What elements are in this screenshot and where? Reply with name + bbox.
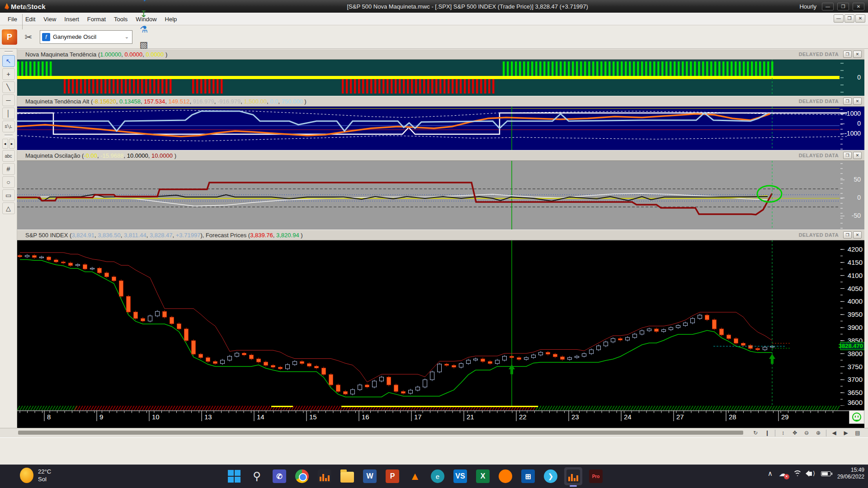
panel-close-button[interactable]: ✕ [853, 231, 862, 239]
zoom-in-button[interactable]: ⊕ [813, 429, 824, 437]
cursor-marker-button[interactable]: ❙ [762, 429, 773, 437]
system-tray: ∧ ☁✕ 15:49 29/06/2022 [768, 467, 864, 480]
start-button[interactable] [225, 467, 243, 485]
menu-bar: FileEditViewInsertFormatToolsWindowHelp … [0, 13, 868, 25]
tendencia-chart[interactable]: 0 [17, 60, 864, 96]
local-data-icon[interactable]: ↧ [136, 6, 151, 22]
weather-condition: Sol [38, 476, 47, 483]
search-icon[interactable]: ⚲ [248, 467, 266, 485]
vertical-fit-button[interactable]: ↕ [778, 429, 788, 437]
downloader-icon[interactable]: ➜ [136, 0, 151, 6]
indicator-quicklist[interactable]: f Ganymede Oscil ⌄ [40, 30, 132, 44]
battery-icon[interactable] [821, 471, 831, 476]
mdi-close-button[interactable]: ✕ [855, 14, 865, 23]
chrome-icon[interactable] [293, 467, 311, 485]
metastock-icon[interactable] [316, 467, 334, 485]
trendline-tool[interactable]: ╲ [2, 81, 15, 93]
metastock-active-icon[interactable] [564, 467, 582, 485]
crosshair-tool[interactable]: + [2, 68, 15, 80]
powerpoint-icon[interactable]: P [383, 467, 401, 485]
periodicity-label: Hourly [799, 3, 816, 10]
menu-insert[interactable]: Insert [60, 14, 83, 24]
rectangle-tool[interactable]: ▭ [2, 189, 15, 201]
toolbar-separator [22, 14, 23, 29]
formula-icon: f [42, 33, 50, 41]
svg-text:23: 23 [571, 413, 579, 421]
refresh-button[interactable]: ↻ [750, 429, 761, 437]
wifi-icon[interactable] [793, 470, 802, 477]
panel-close-button[interactable]: ✕ [853, 152, 862, 159]
tendencia-alt-chart[interactable]: 10000-1000 [17, 107, 864, 150]
delayed-data-badge: DELAYED DATA [799, 153, 839, 158]
teams-icon[interactable]: ✆ [270, 467, 288, 485]
microscope-icon[interactable]: ⚗ [136, 22, 151, 37]
page-right-button[interactable]: ▶ [840, 429, 851, 437]
panel-maximize-button[interactable]: ❐ [843, 51, 852, 58]
sl-trendline-tool[interactable]: S╲L [2, 121, 15, 132]
vertical-line-tool[interactable]: │ [2, 108, 15, 119]
minimize-button[interactable]: — [822, 3, 834, 10]
power-console-button[interactable]: P [2, 29, 17, 45]
pro-app-icon[interactable]: Pro [587, 467, 605, 485]
svg-text:22: 22 [519, 413, 527, 421]
panel-maximize-button[interactable]: ❐ [843, 231, 852, 239]
pan-button[interactable]: ✥ [789, 429, 800, 437]
horizontal-line-tool[interactable]: ─ [2, 94, 15, 106]
maximize-button[interactable]: ❐ [837, 3, 849, 10]
clock-widget[interactable]: 15:49 29/06/2022 [837, 467, 864, 480]
vlc-icon[interactable]: ▲ [406, 467, 424, 485]
svg-text:29: 29 [781, 413, 789, 421]
scroll-left-button[interactable]: ◂ [2, 139, 8, 149]
word-icon[interactable]: W [361, 467, 379, 485]
svg-text:8: 8 [47, 413, 51, 421]
zoom-out-button[interactable]: ⊖ [801, 429, 812, 437]
grid-tool[interactable]: # [2, 163, 15, 175]
cut-icon[interactable]: ✂ [21, 29, 36, 45]
menu-view[interactable]: View [39, 14, 60, 24]
style-toolbar: ⌄ ⌄ ▾ 123456 [0, 437, 868, 465]
edge-icon[interactable]: e [429, 467, 447, 485]
scrollbar-thumb[interactable] [18, 431, 743, 435]
close-button[interactable]: ✕ [853, 3, 864, 10]
panel-maximize-button[interactable]: ❐ [843, 152, 852, 159]
panel-maximize-button[interactable]: ❐ [843, 98, 852, 105]
pointer-tool[interactable]: ↖ [2, 55, 15, 67]
page-left-button[interactable]: ◀ [829, 429, 840, 437]
toolbar-grip[interactable] [5, 51, 13, 53]
smiley-icon [852, 413, 861, 422]
oscilacao-chart[interactable]: 500-50 [17, 161, 864, 230]
file-explorer-icon[interactable] [338, 467, 356, 485]
menu-help[interactable]: Help [161, 14, 181, 24]
menu-tools[interactable]: Tools [110, 14, 132, 24]
print-preview-icon[interactable]: ◎ [21, 0, 36, 14]
toolbar-grip[interactable] [5, 135, 13, 136]
mdi-minimize-button[interactable]: — [834, 14, 844, 23]
text-tool[interactable]: abc [2, 150, 15, 162]
browser-orange-icon[interactable] [496, 467, 514, 485]
triangle-tool[interactable]: △ [2, 202, 15, 214]
panel-title: Nova Maquineta Tendência (1.00000, 0.000… [17, 51, 167, 58]
messenger-bird-icon[interactable]: ❯ [542, 467, 560, 485]
svg-text:50: 50 [854, 176, 861, 183]
menu-format[interactable]: Format [83, 14, 110, 24]
office-grid-icon[interactable]: ⊞ [519, 467, 537, 485]
panel-close-button[interactable]: ✕ [853, 98, 862, 105]
ellipse-tool[interactable]: ○ [2, 176, 15, 188]
panel-close-button[interactable]: ✕ [853, 51, 862, 58]
price-chart[interactable]: 4200415041004050400039503900385038003750… [17, 240, 864, 406]
tray-time: 15:49 [851, 467, 864, 473]
svg-text:0: 0 [857, 120, 861, 127]
svg-text:24: 24 [624, 413, 632, 421]
tray-expand-icon[interactable]: ∧ [768, 469, 773, 478]
weather-widget[interactable]: 22°C Sol [20, 468, 51, 483]
excel-icon[interactable]: X [474, 467, 492, 485]
menu-file[interactable]: File [4, 14, 21, 24]
onedrive-error-icon[interactable]: ☁✕ [779, 469, 787, 479]
volume-icon[interactable] [808, 472, 815, 476]
tray-date: 29/06/2022 [837, 474, 864, 480]
scroll-right-button[interactable]: ▸ [9, 139, 15, 149]
visual-studio-icon[interactable]: VS [451, 467, 469, 485]
layout-menu-button[interactable]: ▤ [852, 429, 863, 437]
mdi-restore-button[interactable]: ❐ [844, 14, 854, 23]
panel-header-tendencia: Nova Maquineta Tendência (1.00000, 0.000… [17, 49, 864, 60]
